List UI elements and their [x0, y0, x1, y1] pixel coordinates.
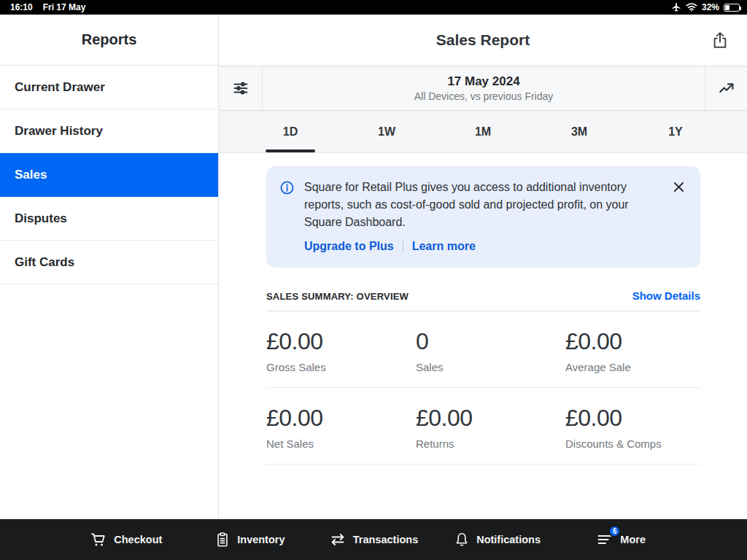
stat-value: £0.00 — [565, 405, 700, 432]
show-details-link[interactable]: Show Details — [632, 289, 700, 302]
clipboard-icon — [214, 532, 231, 548]
sidebar-item-disputes[interactable]: Disputes — [0, 197, 218, 241]
sidebar-title: Reports — [0, 15, 218, 66]
tab-1w[interactable]: 1W — [338, 111, 435, 152]
tab-1y[interactable]: 1Y — [627, 111, 724, 152]
sidebar-item-drawer-history[interactable]: Drawer History — [0, 109, 218, 153]
banner-message: Square for Retail Plus gives you access … — [304, 179, 658, 231]
clock: 16:10 — [10, 2, 33, 12]
battery-percent: 32% — [702, 2, 719, 12]
battery-icon — [724, 4, 740, 12]
stat-label: Returns — [416, 438, 565, 450]
bottom-nav: Checkout Inventory Transactions — [0, 519, 747, 560]
nav-label: Transactions — [353, 534, 418, 545]
stat-label: Gross Sales — [266, 361, 416, 373]
wifi-icon — [686, 3, 697, 12]
sliders-icon — [232, 79, 249, 97]
upgrade-to-plus-link[interactable]: Upgrade to Plus — [304, 240, 394, 253]
bell-icon — [454, 532, 470, 548]
transfer-arrows-icon — [329, 531, 347, 548]
sidebar-item-gift-cards[interactable]: Gift Cards — [0, 241, 218, 284]
close-icon[interactable] — [672, 179, 686, 195]
stat-value: £0.00 — [416, 405, 565, 432]
sidebar-item-sales[interactable]: Sales — [0, 153, 218, 197]
stat-returns: £0.00 Returns — [416, 405, 565, 450]
app-screen: 16:10 Fri 17 May 32% Reports Current Dra… — [0, 0, 747, 560]
reports-sidebar: Reports Current Drawer Drawer History Sa… — [0, 15, 219, 519]
stat-value: 0 — [416, 328, 565, 355]
date-compare-subtitle: All Devices, vs previous Friday — [414, 90, 554, 102]
status-bar: 16:10 Fri 17 May 32% — [0, 0, 747, 15]
main-panel: Sales Report — [219, 15, 747, 519]
stat-value: £0.00 — [266, 405, 416, 432]
learn-more-link[interactable]: Learn more — [412, 240, 476, 253]
tab-3m[interactable]: 3M — [531, 111, 627, 152]
period-tabs: 1D 1W 1M 3M 1Y — [219, 111, 747, 153]
stat-label: Sales — [416, 361, 565, 373]
sidebar-item-current-drawer[interactable]: Current Drawer — [0, 66, 218, 109]
date-filter-bar: 17 May 2024 All Devices, vs previous Fri… — [219, 66, 747, 111]
page-title: Sales Report — [436, 31, 530, 49]
retail-plus-banner: Square for Retail Plus gives you access … — [266, 166, 700, 268]
selected-date: 17 May 2024 — [447, 74, 519, 89]
info-icon — [279, 180, 295, 253]
sales-summary-section: SALES SUMMARY: OVERVIEW Show Details £0.… — [266, 289, 700, 464]
nav-inventory[interactable]: Inventory — [188, 532, 312, 548]
tab-1d[interactable]: 1D — [242, 111, 338, 152]
tab-1m[interactable]: 1M — [435, 111, 531, 152]
nav-label: Notifications — [476, 534, 541, 545]
main-header: Sales Report — [219, 15, 747, 66]
nav-label: Inventory — [237, 534, 285, 545]
filter-button[interactable] — [219, 66, 263, 110]
stat-discounts-comps: £0.00 Discounts & Comps — [565, 405, 700, 450]
stat-label: Discounts & Comps — [565, 438, 700, 450]
chart-toggle-button[interactable] — [705, 66, 747, 110]
nav-notifications[interactable]: Notifications — [436, 532, 560, 548]
date-range-selector[interactable]: 17 May 2024 All Devices, vs previous Fri… — [263, 66, 705, 110]
share-icon[interactable] — [711, 31, 729, 50]
more-lines-icon: 6 — [596, 531, 614, 548]
stat-value: £0.00 — [565, 328, 700, 355]
nav-checkout[interactable]: Checkout — [64, 531, 188, 548]
nav-more[interactable]: 6 More — [559, 531, 683, 548]
nav-transactions[interactable]: Transactions — [311, 531, 436, 548]
stat-value: £0.00 — [266, 328, 416, 355]
more-notification-badge: 6 — [608, 525, 621, 537]
report-content: Square for Retail Plus gives you access … — [219, 153, 747, 519]
summary-heading: SALES SUMMARY: OVERVIEW — [266, 291, 409, 302]
stats-row-1: £0.00 Gross Sales 0 Sales £0.00 Average … — [266, 311, 700, 388]
stat-net-sales: £0.00 Net Sales — [266, 405, 416, 450]
stats-row-2: £0.00 Net Sales £0.00 Returns £0.00 Disc… — [266, 388, 700, 464]
trend-up-icon — [717, 79, 736, 98]
nav-label: More — [620, 534, 646, 545]
status-date: Fri 17 May — [43, 2, 86, 12]
airplane-mode-icon — [671, 2, 681, 12]
cart-icon — [90, 531, 107, 548]
stat-average-sale: £0.00 Average Sale — [565, 328, 700, 373]
nav-label: Checkout — [114, 534, 162, 545]
stat-label: Average Sale — [565, 361, 700, 373]
stat-sales-count: 0 Sales — [416, 328, 565, 373]
link-separator — [403, 241, 403, 252]
stat-label: Net Sales — [266, 438, 416, 450]
stat-gross-sales: £0.00 Gross Sales — [266, 328, 416, 373]
